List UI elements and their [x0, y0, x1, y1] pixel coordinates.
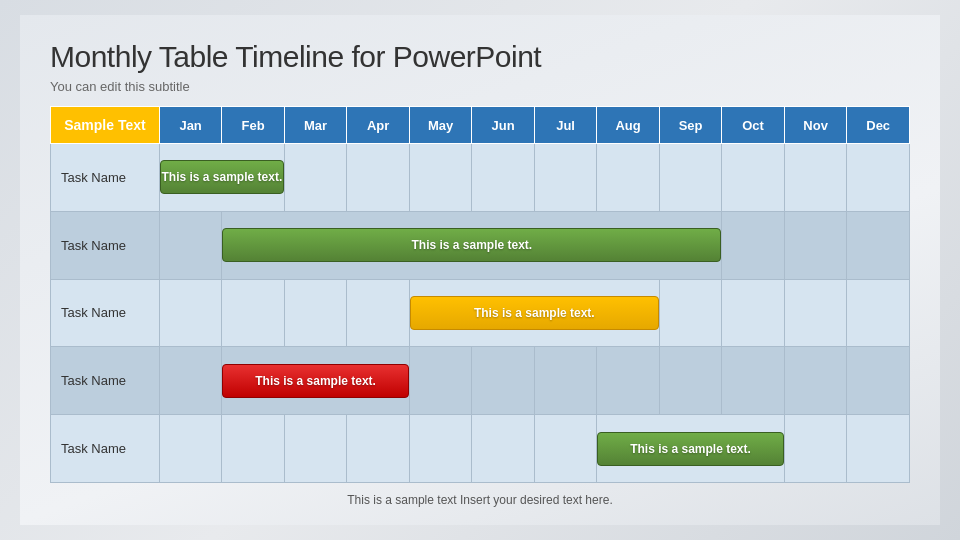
- page-title: Monthly Table Timeline for PowerPoint: [50, 39, 910, 75]
- table-row: Task NameThis is a sample text.: [51, 347, 910, 415]
- header-month: Aug: [597, 107, 660, 144]
- gantt-empty-cell: [472, 144, 535, 212]
- gantt-bar-cell: This is a sample text.: [222, 211, 722, 279]
- gantt-empty-cell: [847, 211, 910, 279]
- gantt-bar-cell: This is a sample text.: [597, 415, 785, 483]
- gantt-empty-cell: [847, 347, 910, 415]
- gantt-empty-cell: [847, 144, 910, 212]
- header-month: Mar: [284, 107, 347, 144]
- gantt-empty-cell: [659, 347, 722, 415]
- header-month: Oct: [722, 107, 784, 144]
- gantt-bar: This is a sample text.: [410, 296, 659, 330]
- gantt-bar: This is a sample text.: [222, 364, 408, 398]
- gantt-empty-cell: [534, 347, 596, 415]
- gantt-empty-cell: [847, 415, 910, 483]
- gantt-empty-cell: [722, 347, 784, 415]
- gantt-empty-cell: [159, 347, 221, 415]
- gantt-empty-cell: [722, 279, 784, 347]
- gantt-bar-cell: This is a sample text.: [222, 347, 409, 415]
- gantt-empty-cell: [722, 144, 784, 212]
- gantt-empty-cell: [784, 211, 847, 279]
- table-row: Task NameThis is a sample text.: [51, 279, 910, 347]
- gantt-bar-cell: This is a sample text.: [159, 144, 284, 212]
- gantt-empty-cell: [159, 415, 221, 483]
- gantt-empty-cell: [784, 144, 847, 212]
- header-month: Dec: [847, 107, 910, 144]
- gantt-empty-cell: [159, 211, 221, 279]
- gantt-empty-cell: [597, 347, 660, 415]
- slide: Monthly Table Timeline for PowerPoint Yo…: [20, 15, 940, 525]
- gantt-empty-cell: [659, 144, 722, 212]
- gantt-bar: This is a sample text.: [222, 228, 721, 262]
- task-label: Task Name: [51, 211, 160, 279]
- gantt-empty-cell: [347, 279, 409, 347]
- gantt-empty-cell: [847, 279, 910, 347]
- gantt-empty-cell: [597, 144, 660, 212]
- gantt-empty-cell: [722, 211, 784, 279]
- gantt-bar-cell: This is a sample text.: [409, 279, 659, 347]
- gantt-bar: This is a sample text.: [597, 432, 784, 466]
- table-row: Task NameThis is a sample text.: [51, 211, 910, 279]
- header-month: May: [409, 107, 472, 144]
- gantt-empty-cell: [347, 415, 409, 483]
- gantt-bar: This is a sample text.: [160, 160, 284, 194]
- header-month: Jun: [472, 107, 535, 144]
- task-label: Task Name: [51, 347, 160, 415]
- gantt-empty-cell: [534, 144, 596, 212]
- gantt-empty-cell: [472, 415, 535, 483]
- header-first-col: Sample Text: [51, 107, 160, 144]
- header-month: Apr: [347, 107, 409, 144]
- header-month: Jul: [534, 107, 596, 144]
- task-label: Task Name: [51, 415, 160, 483]
- gantt-table: Sample Text JanFebMarAprMayJunJulAugSepO…: [50, 106, 910, 483]
- gantt-empty-cell: [284, 144, 347, 212]
- subtitle: You can edit this subtitle: [50, 79, 910, 94]
- header-month: Jan: [159, 107, 221, 144]
- header-month: Nov: [784, 107, 847, 144]
- task-label: Task Name: [51, 144, 160, 212]
- table-row: Task NameThis is a sample text.: [51, 415, 910, 483]
- gantt-empty-cell: [409, 347, 472, 415]
- gantt-empty-cell: [284, 279, 347, 347]
- task-label: Task Name: [51, 279, 160, 347]
- footer-text: This is a sample text Insert your desire…: [50, 493, 910, 507]
- gantt-empty-cell: [159, 279, 221, 347]
- gantt-empty-cell: [534, 415, 596, 483]
- gantt-empty-cell: [222, 279, 285, 347]
- gantt-empty-cell: [284, 415, 347, 483]
- gantt-empty-cell: [784, 415, 847, 483]
- table-row: Task NameThis is a sample text.: [51, 144, 910, 212]
- gantt-empty-cell: [409, 415, 472, 483]
- header-month: Feb: [222, 107, 285, 144]
- gantt-empty-cell: [659, 279, 722, 347]
- gantt-empty-cell: [784, 347, 847, 415]
- gantt-empty-cell: [409, 144, 472, 212]
- gantt-empty-cell: [784, 279, 847, 347]
- gantt-empty-cell: [222, 415, 285, 483]
- gantt-empty-cell: [347, 144, 409, 212]
- header-month: Sep: [659, 107, 722, 144]
- gantt-empty-cell: [472, 347, 535, 415]
